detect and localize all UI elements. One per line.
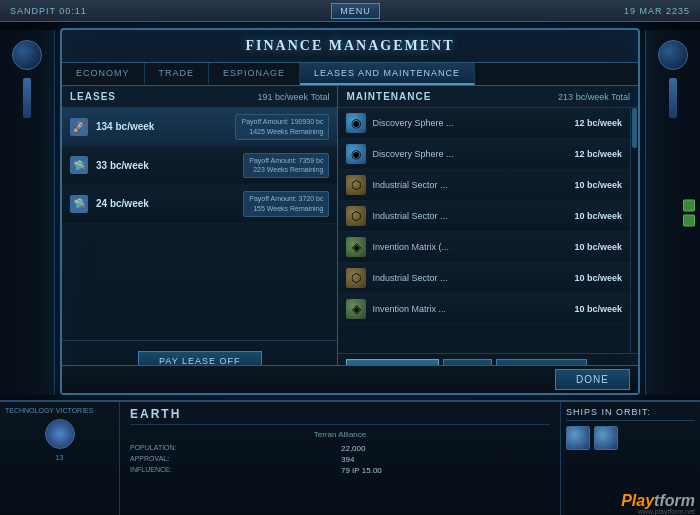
maint-name-1: Discovery Sphere ... <box>372 149 566 159</box>
maint-rate-4: 10 bc/week <box>574 242 622 252</box>
planet-section: Earth Terran Alliance Population: 22,000… <box>120 402 560 515</box>
pop-label: Population: <box>130 444 339 453</box>
green-indicators <box>683 199 695 226</box>
maint-rate-5: 10 bc/week <box>574 273 622 283</box>
maint-item-0[interactable]: ◉ Discovery Sphere ... 12 bc/week <box>338 108 630 139</box>
ships-title: Ships in Orbit: <box>566 407 695 421</box>
lease-item-2[interactable]: 🛸 24 bc/week Payoff Amount: 3720 bc 155 … <box>62 185 337 224</box>
lease-rate-0: 134 bc/week <box>96 121 227 132</box>
maintenance-list-container: ◉ Discovery Sphere ... 12 bc/week ◉ Disc… <box>338 108 638 353</box>
maint-name-6: Invention Matrix ... <box>372 304 566 314</box>
tab-economy[interactable]: Economy <box>62 63 145 85</box>
leases-list: 🚀 134 bc/week Payoff Amount: 190930 bc 1… <box>62 108 337 340</box>
menu-button[interactable]: MENU <box>331 3 380 19</box>
deco-bar-left <box>23 78 31 118</box>
lease-info-2: 24 bc/week <box>96 198 235 209</box>
lease-payoff-1: Payoff Amount: 7359 bc <box>249 156 323 166</box>
planet-title: Earth <box>130 407 550 425</box>
bottom-bar: Technology Victories 13 Earth Terran All… <box>0 400 700 515</box>
scrollbar[interactable] <box>630 108 638 353</box>
lease-rate-2: 24 bc/week <box>96 198 235 209</box>
tab-bar: Economy Trade Espionage Leases and Maint… <box>62 63 638 86</box>
maintenance-header: Maintenance 213 bc/week Total <box>338 86 638 108</box>
maint-icon-3: ⬡ <box>346 206 366 226</box>
ship-icon-1 <box>566 426 590 450</box>
maint-icon-1: ◉ <box>346 144 366 164</box>
maint-item-3[interactable]: ⬡ Industrial Sector ... 10 bc/week <box>338 201 630 232</box>
alliance-name: Terran Alliance <box>130 430 550 439</box>
ship-icon-2 <box>594 426 618 450</box>
maint-name-0: Discovery Sphere ... <box>372 118 566 128</box>
lease-item-0[interactable]: 🚀 134 bc/week Payoff Amount: 190930 bc 1… <box>62 108 337 147</box>
lease-payoff-2: Payoff Amount: 3720 bc <box>249 194 323 204</box>
maint-rate-0: 12 bc/week <box>574 118 622 128</box>
lease-payoff-0: Payoff Amount: 190930 bc <box>241 117 323 127</box>
lease-icon-2: 🛸 <box>70 195 88 213</box>
maint-item-2[interactable]: ⬡ Industrial Sector ... 10 bc/week <box>338 170 630 201</box>
maint-icon-4: ◈ <box>346 237 366 257</box>
maintenance-panel: Maintenance 213 bc/week Total ◉ Discover… <box>338 86 638 381</box>
maint-item-4[interactable]: ◈ Invention Matrix (... 10 bc/week <box>338 232 630 263</box>
left-decoration <box>0 30 55 395</box>
content-area: Leases 191 bc/week Total 🚀 134 bc/week P… <box>62 86 638 381</box>
green-dot-1 <box>683 199 695 211</box>
finance-panel: Finance Management Economy Trade Espiona… <box>60 28 640 395</box>
maint-name-4: Invention Matrix (... <box>372 242 566 252</box>
tab-leases-maintenance[interactable]: Leases and Maintenance <box>300 63 475 85</box>
approval-value: 394 <box>341 455 550 464</box>
maint-rate-1: 12 bc/week <box>574 149 622 159</box>
leases-title: Leases <box>70 91 116 102</box>
maint-icon-2: ⬡ <box>346 175 366 195</box>
deco-circle-right <box>658 40 688 70</box>
leases-header: Leases 191 bc/week Total <box>62 86 337 108</box>
done-button[interactable]: Done <box>555 369 630 390</box>
lease-weeks-2: 155 Weeks Remaining <box>249 204 323 214</box>
lease-icon-0: 🚀 <box>70 118 88 136</box>
panel-title: Finance Management <box>62 30 638 63</box>
maint-icon-6: ◈ <box>346 299 366 319</box>
ship-icons <box>566 426 695 450</box>
maint-icon-0: ◉ <box>346 113 366 133</box>
green-dot-2 <box>683 214 695 226</box>
deco-bar-right <box>669 78 677 118</box>
watermark-play: Play <box>621 492 654 509</box>
done-bar: Done <box>62 365 638 393</box>
maintenance-list: ◉ Discovery Sphere ... 12 bc/week ◉ Disc… <box>338 108 630 353</box>
maintenance-total: 213 bc/week Total <box>558 92 630 102</box>
maint-name-5: Industrial Sector ... <box>372 273 566 283</box>
tech-label: Technology Victories <box>5 407 114 414</box>
lease-icon-1: 🛸 <box>70 156 88 174</box>
tab-trade[interactable]: Trade <box>145 63 210 85</box>
lease-details-2: Payoff Amount: 3720 bc 155 Weeks Remaini… <box>243 191 329 217</box>
lease-weeks-1: 223 Weeks Remaining <box>249 165 323 175</box>
bottom-bar-inner: Technology Victories 13 Earth Terran All… <box>0 402 700 515</box>
influence-value: 79 IP 15.00 <box>341 466 550 475</box>
influence-label: Influence: <box>130 466 339 475</box>
lease-info-1: 33 bc/week <box>96 160 235 171</box>
maint-icon-5: ⬡ <box>346 268 366 288</box>
approval-label: Approval: <box>130 455 339 464</box>
pop-value: 22,000 <box>341 444 550 453</box>
maint-rate-3: 10 bc/week <box>574 211 622 221</box>
lease-item-1[interactable]: 🛸 33 bc/week Payoff Amount: 7359 bc 223 … <box>62 147 337 186</box>
maint-rate-6: 10 bc/week <box>574 304 622 314</box>
maint-item-1[interactable]: ◉ Discovery Sphere ... 12 bc/week <box>338 139 630 170</box>
level-indicator: 13 <box>5 454 114 461</box>
top-bar: Sandpit 00:11 MENU 19 Mar 2235 <box>0 0 700 22</box>
leases-panel: Leases 191 bc/week Total 🚀 134 bc/week P… <box>62 86 338 381</box>
maint-item-6[interactable]: ◈ Invention Matrix ... 10 bc/week <box>338 294 630 325</box>
top-bar-left-text: Sandpit 00:11 <box>10 6 87 16</box>
lease-details-1: Payoff Amount: 7359 bc 223 Weeks Remaini… <box>243 153 329 179</box>
maintenance-title: Maintenance <box>346 91 431 102</box>
maint-item-5[interactable]: ⬡ Industrial Sector ... 10 bc/week <box>338 263 630 294</box>
maint-rate-2: 10 bc/week <box>574 180 622 190</box>
leases-total: 191 bc/week Total <box>258 92 330 102</box>
right-decoration <box>645 30 700 395</box>
maint-name-3: Industrial Sector ... <box>372 211 566 221</box>
lease-weeks-0: 1425 Weeks Remaining <box>241 127 323 137</box>
planet-icon <box>45 419 75 449</box>
maint-name-2: Industrial Sector ... <box>372 180 566 190</box>
top-bar-right-text: 19 Mar 2235 <box>624 6 690 16</box>
lease-info-0: 134 bc/week <box>96 121 227 132</box>
tab-espionage[interactable]: Espionage <box>209 63 300 85</box>
